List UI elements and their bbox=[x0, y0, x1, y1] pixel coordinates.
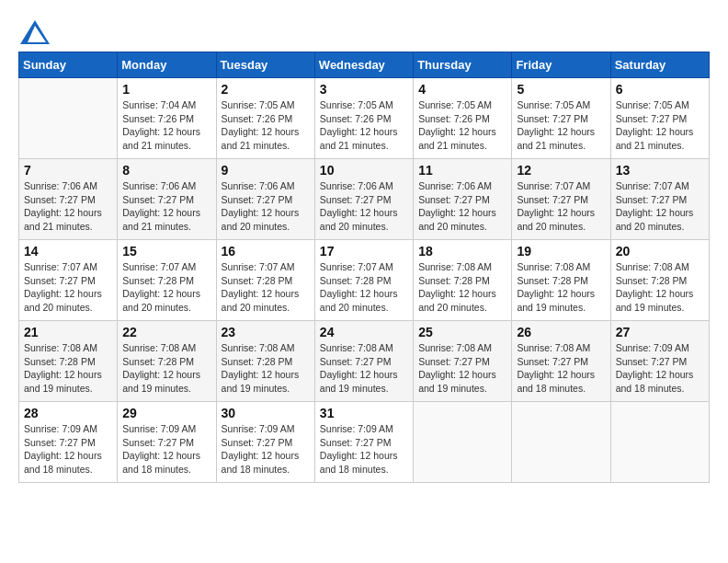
calendar-cell: 21Sunrise: 7:08 AMSunset: 7:28 PMDayligh… bbox=[19, 321, 118, 402]
day-number: 17 bbox=[320, 244, 408, 259]
calendar-cell: 5Sunrise: 7:05 AMSunset: 7:27 PMDaylight… bbox=[512, 78, 610, 159]
calendar-cell: 24Sunrise: 7:08 AMSunset: 7:27 PMDayligh… bbox=[314, 321, 413, 402]
header-monday: Monday bbox=[118, 52, 216, 78]
day-number: 27 bbox=[616, 325, 704, 339]
day-number: 26 bbox=[517, 325, 605, 339]
day-info: Sunrise: 7:05 AMSunset: 7:27 PMDaylight:… bbox=[517, 98, 605, 153]
day-info: Sunrise: 7:06 AMSunset: 7:27 PMDaylight:… bbox=[320, 179, 408, 234]
day-info: Sunrise: 7:08 AMSunset: 7:27 PMDaylight:… bbox=[517, 341, 605, 396]
day-number: 20 bbox=[616, 244, 704, 259]
calendar-cell: 9Sunrise: 7:06 AMSunset: 7:27 PMDaylight… bbox=[216, 159, 314, 240]
day-number: 23 bbox=[222, 325, 310, 339]
calendar-cell: 18Sunrise: 7:08 AMSunset: 7:28 PMDayligh… bbox=[414, 240, 512, 321]
day-info: Sunrise: 7:05 AMSunset: 7:26 PMDaylight:… bbox=[222, 98, 310, 153]
header-saturday: Saturday bbox=[610, 52, 709, 78]
day-number: 3 bbox=[320, 82, 408, 97]
day-info: Sunrise: 7:07 AMSunset: 7:27 PMDaylight:… bbox=[24, 260, 112, 315]
header-friday: Friday bbox=[512, 52, 610, 78]
day-info: Sunrise: 7:08 AMSunset: 7:28 PMDaylight:… bbox=[418, 260, 506, 315]
calendar-cell: 19Sunrise: 7:08 AMSunset: 7:28 PMDayligh… bbox=[512, 240, 610, 321]
header-sunday: Sunday bbox=[19, 52, 118, 78]
day-number: 11 bbox=[418, 163, 506, 178]
calendar-cell: 6Sunrise: 7:05 AMSunset: 7:27 PMDaylight… bbox=[610, 78, 709, 159]
calendar-cell: 1Sunrise: 7:04 AMSunset: 7:26 PMDaylight… bbox=[118, 78, 216, 159]
calendar-cell: 7Sunrise: 7:06 AMSunset: 7:27 PMDaylight… bbox=[19, 159, 118, 240]
day-info: Sunrise: 7:08 AMSunset: 7:27 PMDaylight:… bbox=[320, 341, 408, 396]
day-info: Sunrise: 7:05 AMSunset: 7:26 PMDaylight:… bbox=[418, 98, 506, 153]
day-number: 6 bbox=[616, 82, 704, 97]
day-info: Sunrise: 7:08 AMSunset: 7:28 PMDaylight:… bbox=[616, 260, 704, 315]
calendar-cell: 17Sunrise: 7:07 AMSunset: 7:28 PMDayligh… bbox=[314, 240, 413, 321]
day-number: 13 bbox=[616, 163, 704, 178]
header-thursday: Thursday bbox=[414, 52, 512, 78]
logo bbox=[18, 18, 51, 42]
day-info: Sunrise: 7:07 AMSunset: 7:27 PMDaylight:… bbox=[616, 179, 704, 234]
day-number: 2 bbox=[222, 82, 310, 97]
day-number: 1 bbox=[122, 82, 210, 97]
day-info: Sunrise: 7:09 AMSunset: 7:27 PMDaylight:… bbox=[24, 422, 112, 477]
calendar-cell: 20Sunrise: 7:08 AMSunset: 7:28 PMDayligh… bbox=[610, 240, 709, 321]
calendar-cell: 31Sunrise: 7:09 AMSunset: 7:27 PMDayligh… bbox=[314, 402, 413, 483]
day-number: 24 bbox=[320, 325, 408, 339]
calendar-cell: 2Sunrise: 7:05 AMSunset: 7:26 PMDaylight… bbox=[216, 78, 314, 159]
calendar-cell: 26Sunrise: 7:08 AMSunset: 7:27 PMDayligh… bbox=[512, 321, 610, 402]
day-number: 31 bbox=[320, 406, 408, 420]
calendar-header-row: SundayMondayTuesdayWednesdayThursdayFrid… bbox=[19, 52, 710, 78]
day-info: Sunrise: 7:05 AMSunset: 7:26 PMDaylight:… bbox=[320, 98, 408, 153]
calendar-cell: 10Sunrise: 7:06 AMSunset: 7:27 PMDayligh… bbox=[314, 159, 413, 240]
calendar-week-row: 28Sunrise: 7:09 AMSunset: 7:27 PMDayligh… bbox=[19, 402, 710, 483]
calendar-cell bbox=[610, 402, 709, 483]
day-number: 28 bbox=[24, 406, 112, 420]
day-number: 5 bbox=[517, 82, 605, 97]
calendar-cell: 25Sunrise: 7:08 AMSunset: 7:27 PMDayligh… bbox=[414, 321, 512, 402]
day-number: 21 bbox=[24, 325, 112, 339]
day-info: Sunrise: 7:08 AMSunset: 7:28 PMDaylight:… bbox=[222, 341, 310, 396]
header-tuesday: Tuesday bbox=[216, 52, 314, 78]
day-number: 16 bbox=[222, 244, 310, 259]
calendar-cell: 27Sunrise: 7:09 AMSunset: 7:27 PMDayligh… bbox=[610, 321, 709, 402]
day-info: Sunrise: 7:08 AMSunset: 7:28 PMDaylight:… bbox=[517, 260, 605, 315]
calendar-week-row: 7Sunrise: 7:06 AMSunset: 7:27 PMDaylight… bbox=[19, 159, 710, 240]
day-number: 7 bbox=[24, 163, 112, 178]
day-info: Sunrise: 7:07 AMSunset: 7:28 PMDaylight:… bbox=[320, 260, 408, 315]
day-info: Sunrise: 7:08 AMSunset: 7:28 PMDaylight:… bbox=[24, 341, 112, 396]
calendar-cell: 12Sunrise: 7:07 AMSunset: 7:27 PMDayligh… bbox=[512, 159, 610, 240]
day-number: 10 bbox=[320, 163, 408, 178]
day-info: Sunrise: 7:07 AMSunset: 7:28 PMDaylight:… bbox=[122, 260, 210, 315]
calendar-week-row: 14Sunrise: 7:07 AMSunset: 7:27 PMDayligh… bbox=[19, 240, 710, 321]
calendar-week-row: 1Sunrise: 7:04 AMSunset: 7:26 PMDaylight… bbox=[19, 78, 710, 159]
calendar-week-row: 21Sunrise: 7:08 AMSunset: 7:28 PMDayligh… bbox=[19, 321, 710, 402]
calendar-cell: 29Sunrise: 7:09 AMSunset: 7:27 PMDayligh… bbox=[118, 402, 216, 483]
calendar-cell bbox=[19, 78, 118, 159]
day-number: 8 bbox=[122, 163, 210, 178]
calendar-cell: 8Sunrise: 7:06 AMSunset: 7:27 PMDaylight… bbox=[118, 159, 216, 240]
page-header bbox=[18, 18, 710, 42]
calendar-cell: 16Sunrise: 7:07 AMSunset: 7:28 PMDayligh… bbox=[216, 240, 314, 321]
calendar-cell: 22Sunrise: 7:08 AMSunset: 7:28 PMDayligh… bbox=[118, 321, 216, 402]
calendar-cell: 11Sunrise: 7:06 AMSunset: 7:27 PMDayligh… bbox=[414, 159, 512, 240]
calendar-cell: 3Sunrise: 7:05 AMSunset: 7:26 PMDaylight… bbox=[314, 78, 413, 159]
calendar-cell: 13Sunrise: 7:07 AMSunset: 7:27 PMDayligh… bbox=[610, 159, 709, 240]
day-number: 9 bbox=[222, 163, 310, 178]
header-wednesday: Wednesday bbox=[314, 52, 413, 78]
calendar-table: SundayMondayTuesdayWednesdayThursdayFrid… bbox=[18, 52, 710, 483]
day-info: Sunrise: 7:04 AMSunset: 7:26 PMDaylight:… bbox=[122, 98, 210, 153]
day-info: Sunrise: 7:08 AMSunset: 7:27 PMDaylight:… bbox=[418, 341, 506, 396]
day-number: 15 bbox=[122, 244, 210, 259]
day-info: Sunrise: 7:06 AMSunset: 7:27 PMDaylight:… bbox=[418, 179, 506, 234]
day-info: Sunrise: 7:08 AMSunset: 7:28 PMDaylight:… bbox=[122, 341, 210, 396]
day-number: 18 bbox=[418, 244, 506, 259]
day-number: 25 bbox=[418, 325, 506, 339]
day-number: 12 bbox=[517, 163, 605, 178]
day-number: 14 bbox=[24, 244, 112, 259]
day-info: Sunrise: 7:07 AMSunset: 7:28 PMDaylight:… bbox=[222, 260, 310, 315]
calendar-cell: 30Sunrise: 7:09 AMSunset: 7:27 PMDayligh… bbox=[216, 402, 314, 483]
day-info: Sunrise: 7:09 AMSunset: 7:27 PMDaylight:… bbox=[122, 422, 210, 477]
calendar-cell: 23Sunrise: 7:08 AMSunset: 7:28 PMDayligh… bbox=[216, 321, 314, 402]
day-number: 29 bbox=[122, 406, 210, 420]
calendar-cell bbox=[512, 402, 610, 483]
day-info: Sunrise: 7:09 AMSunset: 7:27 PMDaylight:… bbox=[616, 341, 704, 396]
day-number: 19 bbox=[517, 244, 605, 259]
day-number: 22 bbox=[122, 325, 210, 339]
day-info: Sunrise: 7:09 AMSunset: 7:27 PMDaylight:… bbox=[320, 422, 408, 477]
